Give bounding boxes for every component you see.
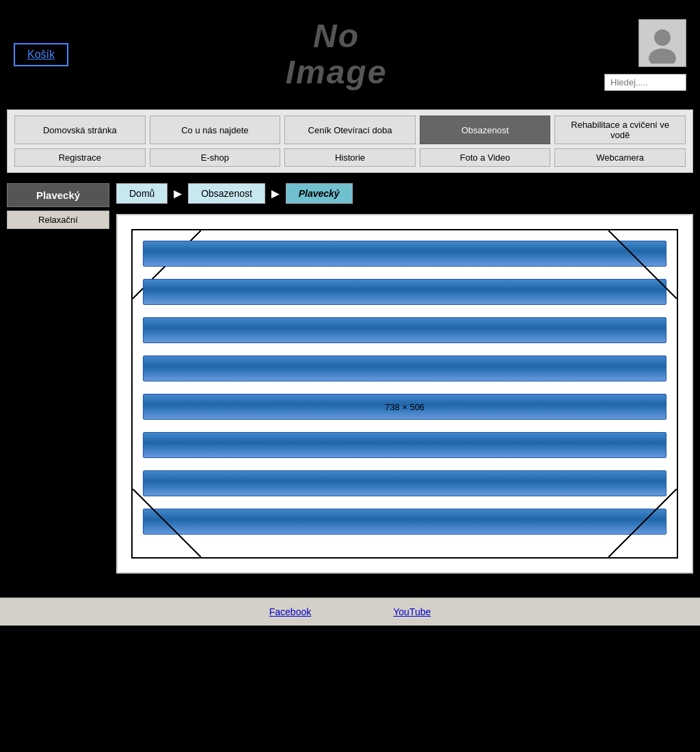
breadcrumb-item-plavecky: Plavecký — [286, 183, 353, 204]
svg-point-0 — [654, 29, 671, 46]
footer-youtube-link[interactable]: YouTube — [393, 606, 431, 617]
pool-lane-1 — [143, 241, 667, 267]
nav-row-1: Domovská stránka Co u nás najdete Ceník … — [14, 116, 686, 144]
footer-facebook-link[interactable]: Facebook — [269, 606, 311, 617]
breadcrumb-obsazenost[interactable]: Obsazenost — [188, 183, 265, 204]
pool-lane-6 — [143, 432, 667, 458]
user-icon — [642, 23, 683, 64]
pool-size-label: 738 × 506 — [385, 402, 425, 412]
pool-diagram: 738 × 506 — [131, 229, 678, 559]
nav-rehabilitace[interactable]: Rehabilitace a cvičení ve vodě — [554, 116, 686, 144]
breadcrumb-arrow-2: ► — [265, 186, 286, 202]
sidebar-item-relaxacni[interactable]: Relaxační — [7, 211, 109, 229]
breadcrumb-arrow-1: ► — [167, 186, 188, 202]
svg-point-1 — [649, 49, 676, 64]
sidebar-item-plavecky[interactable]: Plavecký — [7, 183, 109, 207]
nav-co-u-nas-najdete[interactable]: Co u nás najdete — [150, 116, 281, 144]
nav-domovska-stranka[interactable]: Domovská stránka — [14, 116, 146, 144]
search-input[interactable] — [604, 74, 686, 91]
sidebar: Plavecký Relaxační — [7, 183, 109, 574]
no-image-line1: No — [313, 18, 360, 55]
header-left: Košík — [14, 43, 68, 66]
breadcrumb-domu[interactable]: Domů — [116, 183, 167, 204]
pool-lane-2 — [143, 279, 667, 305]
main-content: Plavecký Relaxační Domů ► Obsazenost ► P… — [0, 173, 700, 584]
nav-registrace[interactable]: Registrace — [14, 148, 146, 167]
no-image-line2: Image — [286, 55, 388, 91]
breadcrumb-item-obsazenost: Obsazenost — [188, 183, 265, 204]
footer-bar: Facebook YouTube — [0, 597, 700, 626]
avatar — [638, 19, 686, 67]
nav-foto-a-video[interactable]: Foto a Video — [420, 148, 551, 167]
pool-lane-3 — [143, 317, 667, 343]
breadcrumb-item-domu: Domů — [116, 183, 167, 204]
nav-row-2: Registrace E-shop Historie Foto a Video … — [14, 148, 686, 167]
navigation-bar: Domovská stránka Co u nás najdete Ceník … — [7, 109, 693, 173]
nav-webcamera[interactable]: Webcamera — [554, 148, 686, 167]
breadcrumb: Domů ► Obsazenost ► Plavecký — [116, 183, 693, 204]
pool-lane-7 — [143, 470, 667, 496]
footer-bottom — [0, 626, 700, 667]
nav-eshop[interactable]: E-shop — [150, 148, 281, 167]
kosik-button[interactable]: Košík — [14, 43, 68, 66]
pool-lane-4 — [143, 355, 667, 381]
nav-cenik-oteviraci-doba[interactable]: Ceník Otevírací doba — [284, 116, 416, 144]
pool-lane-5: 738 × 506 — [143, 394, 667, 420]
header: Košík No Image — [0, 0, 700, 109]
nav-obsazenost[interactable]: Obsazenost — [420, 116, 551, 144]
footer-links: Facebook YouTube — [0, 606, 700, 617]
pool-container: 738 × 506 — [116, 214, 693, 574]
header-right — [604, 19, 686, 91]
content-area: Domů ► Obsazenost ► Plavecký 738 × 506 — [116, 183, 693, 574]
breadcrumb-plavecky[interactable]: Plavecký — [286, 183, 353, 204]
no-image-placeholder: No Image — [234, 10, 439, 99]
header-center: No Image — [68, 10, 604, 99]
pool-lane-8 — [143, 509, 667, 535]
nav-historie[interactable]: Historie — [284, 148, 416, 167]
